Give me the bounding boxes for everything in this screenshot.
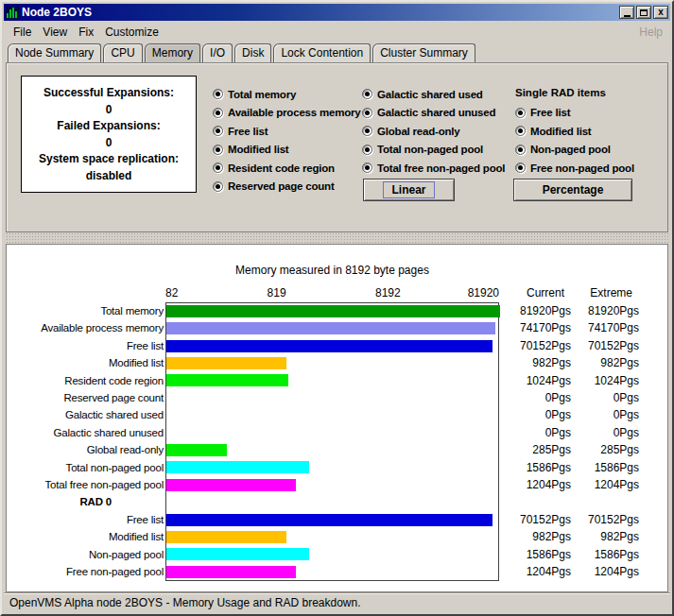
radio-label: Total memory xyxy=(228,89,296,100)
tab-i-o[interactable]: I/O xyxy=(202,43,233,62)
chart-row-label-total-non-paged-pool: Total non-paged pool xyxy=(7,459,164,476)
radio-label: Resident code region xyxy=(228,163,335,174)
extreme-value-free-list: 70152Pgs xyxy=(547,337,639,354)
successful-expansions-value: 0 xyxy=(22,102,196,119)
radio-selected-icon xyxy=(515,145,526,155)
chart-row-label-free-list: Free list xyxy=(7,511,164,528)
minimize-button[interactable] xyxy=(619,6,634,19)
chart-row-label-resident-code-region: Resident code region xyxy=(7,372,164,389)
radio-total-non-paged-pool[interactable]: Total non-paged pool xyxy=(362,144,483,156)
radio-total-memory[interactable]: Total memory xyxy=(213,88,296,100)
radio-label: Modified list xyxy=(530,126,591,137)
radio-selected-icon xyxy=(362,108,372,118)
chart-row-label-reserved-page-count: Reserved page count xyxy=(7,389,164,406)
failed-expansions-value: 0 xyxy=(22,135,196,152)
memory-tab-content: Successful Expansions: 0 Failed Expansio… xyxy=(6,62,668,592)
radio-total-free-non-paged-pool[interactable]: Total free non-paged pool xyxy=(362,162,505,174)
tab-node-summary[interactable]: Node Summary xyxy=(8,43,101,62)
system-space-replication-value: disabled xyxy=(22,168,196,185)
radio-selected-icon xyxy=(213,108,223,118)
radio-galactic-shared-unused[interactable]: Galactic shared unused xyxy=(362,107,495,119)
chart-bar-total-non-paged-pool xyxy=(166,461,309,473)
radio-resident-code-region[interactable]: Resident code region xyxy=(213,162,335,174)
chart-row-label-global-read-only: Global read-only xyxy=(7,441,164,458)
radio-free-list[interactable]: Free list xyxy=(515,107,570,119)
menu-fix[interactable]: Fix xyxy=(73,24,99,41)
radio-selected-icon xyxy=(213,163,223,173)
chart-bar-modified-list xyxy=(166,531,286,543)
extreme-value-modified-list: 982Pgs xyxy=(547,528,639,545)
radio-reserved-page-count[interactable]: Reserved page count xyxy=(213,180,335,193)
memory-options-panel: Successful Expansions: 0 Failed Expansio… xyxy=(6,62,668,232)
menu-view[interactable]: View xyxy=(37,24,73,41)
radio-selected-icon xyxy=(362,145,372,155)
radio-free-list[interactable]: Free list xyxy=(213,125,268,137)
percentage-button[interactable]: Percentage xyxy=(513,179,632,201)
memory-chart-panel: Memory measured in 8192 byte pages Curre… xyxy=(6,244,668,592)
system-space-replication-label: System space replication: xyxy=(22,151,196,168)
radio-label: Total non-paged pool xyxy=(377,144,483,155)
maximize-icon xyxy=(640,9,648,16)
splitter-handle[interactable] xyxy=(6,232,668,244)
chart-row-label-non-paged-pool: Non-paged pool xyxy=(7,546,164,563)
radio-selected-icon xyxy=(362,126,372,136)
tab-lock-contention[interactable]: Lock Contention xyxy=(273,43,371,62)
tab-cpu[interactable]: CPU xyxy=(103,43,142,62)
extreme-value-total-memory: 81920Pgs xyxy=(547,302,639,319)
tab-cluster-summary[interactable]: Cluster Summary xyxy=(372,43,475,62)
radio-selected-icon xyxy=(515,126,526,136)
extreme-value-free-list: 70152Pgs xyxy=(547,511,639,528)
radio-available-process-memory[interactable]: Available process memory xyxy=(213,107,361,119)
radio-label: Free list xyxy=(228,126,268,137)
axis-tick-819: 819 xyxy=(268,286,286,299)
close-button[interactable]: x xyxy=(653,6,668,19)
window-title: Node 2BOYS xyxy=(22,6,619,19)
menu-customize[interactable]: Customize xyxy=(99,24,164,41)
single-rad-items-header: Single RAD items xyxy=(515,87,606,98)
extreme-value-galactic-shared-used: 0Pgs xyxy=(547,406,639,423)
chart-bar-total-free-non-paged-pool xyxy=(166,479,296,491)
linear-button[interactable]: Linear xyxy=(363,179,455,201)
tab-disk[interactable]: Disk xyxy=(234,43,271,62)
axis-tick-81920: 81920 xyxy=(468,286,499,299)
chart-group-label-rad-0: RAD 0 xyxy=(7,493,164,510)
radio-label: Available process memory xyxy=(228,107,361,118)
chart-row-label-free-non-paged-pool: Free non-paged pool xyxy=(7,563,164,580)
expansion-summary-box: Successful Expansions: 0 Failed Expansio… xyxy=(21,76,197,193)
radio-label: Modified list xyxy=(228,144,288,155)
radio-modified-list[interactable]: Modified list xyxy=(213,144,288,156)
radio-modified-list[interactable]: Modified list xyxy=(515,125,591,137)
radio-global-read-only[interactable]: Global read-only xyxy=(362,125,460,137)
radio-selected-icon xyxy=(515,163,526,173)
menu-file[interactable]: File xyxy=(8,24,37,41)
radio-free-non-paged-pool[interactable]: Free non-paged pool xyxy=(515,162,634,174)
successful-expansions-label: Successful Expansions: xyxy=(22,85,196,102)
chart-title: Memory measured in 8192 byte pages xyxy=(165,264,499,277)
tab-memory[interactable]: Memory xyxy=(145,43,200,62)
minimize-icon xyxy=(624,15,631,17)
linear-button-label: Linear xyxy=(383,181,434,198)
extreme-value-total-non-paged-pool: 1586Pgs xyxy=(547,459,639,476)
chart-bar-modified-list xyxy=(166,357,286,369)
radio-galactic-shared-used[interactable]: Galactic shared used xyxy=(362,88,483,100)
extreme-value-free-non-paged-pool: 1204Pgs xyxy=(547,563,639,580)
radio-label: Global read-only xyxy=(377,126,460,137)
app-histogram-icon xyxy=(6,7,19,19)
radio-selected-icon xyxy=(362,163,372,173)
axis-tick-8192: 8192 xyxy=(375,286,401,299)
radio-selected-icon xyxy=(362,89,372,99)
menu-help[interactable]: Help xyxy=(635,24,666,41)
chart-bar-resident-code-region xyxy=(166,374,288,386)
radio-non-paged-pool[interactable]: Non-paged pool xyxy=(515,144,611,156)
maximize-button[interactable] xyxy=(636,6,651,19)
radio-label: Reserved page count xyxy=(228,180,335,192)
radio-label: Total free non-paged pool xyxy=(377,163,505,174)
chart-row-label-modified-list: Modified list xyxy=(7,528,164,545)
radio-label: Free non-paged pool xyxy=(530,163,634,174)
extreme-value-total-free-non-paged-pool: 1204Pgs xyxy=(547,476,639,493)
radio-selected-icon xyxy=(515,108,526,118)
chart-row-label-galactic-shared-used: Galactic shared used xyxy=(7,406,164,423)
chart-bar-total-memory xyxy=(166,305,500,317)
extreme-value-resident-code-region: 1024Pgs xyxy=(547,372,639,389)
radio-label: Non-paged pool xyxy=(530,144,611,155)
